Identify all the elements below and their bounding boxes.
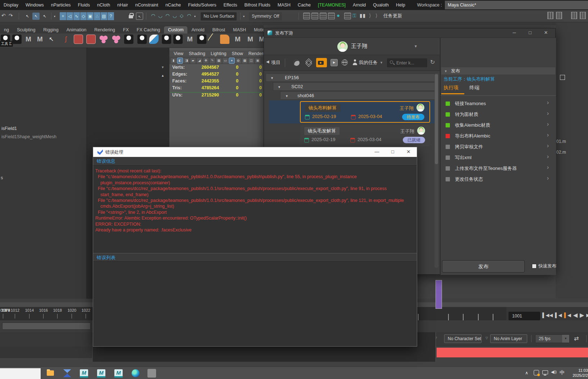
redo-icon[interactable]: ↷ bbox=[9, 13, 13, 18]
exec-item-row[interactable]: 写出xml › bbox=[441, 152, 556, 163]
viewport-menu-item[interactable]: Show bbox=[232, 51, 243, 56]
task-update-button[interactable]: 任务更新 bbox=[383, 13, 402, 19]
snap-flyout-caret[interactable]: ▾ bbox=[54, 15, 55, 18]
camera-gate-icon[interactable]: ◨ bbox=[184, 58, 189, 63]
video-review-icon[interactable]: ▶ bbox=[331, 59, 338, 66]
reflection-icon[interactable]: ◡ bbox=[158, 13, 162, 18]
exec-item-row[interactable]: 链接Teamones › bbox=[441, 98, 556, 109]
anim-layer-field[interactable]: No Anim Layer bbox=[490, 334, 527, 343]
exec-item-row[interactable]: 导出布料Alembic › bbox=[441, 131, 556, 141]
shelf-tab[interactable]: Animation bbox=[63, 26, 91, 33]
falloff-caret[interactable]: ▾ bbox=[194, 15, 196, 18]
menu-item[interactable]: nConstraint bbox=[135, 3, 158, 8]
soft-select-icon[interactable]: ◠ bbox=[151, 13, 155, 18]
render-settings-icon[interactable] bbox=[328, 13, 335, 19]
shot-camera-icon-active[interactable] bbox=[316, 58, 327, 67]
xray-icon[interactable]: ◫ bbox=[249, 58, 254, 63]
chevron-right-icon[interactable]: › bbox=[547, 153, 549, 160]
shelf-tool-icon[interactable]: ʃ bbox=[61, 35, 70, 44]
volume-falloff-icon[interactable]: ◇ bbox=[180, 13, 183, 18]
shelf-tool-icon[interactable] bbox=[173, 35, 183, 44]
camera-lock-icon[interactable]: ◧ bbox=[177, 58, 183, 63]
layers-icon[interactable] bbox=[306, 59, 311, 65]
search-box[interactable] bbox=[387, 58, 427, 67]
range-slider-handle[interactable] bbox=[2, 322, 91, 330]
taskbar-search-box[interactable] bbox=[0, 368, 41, 379]
shelf-tab[interactable]: MASH bbox=[229, 26, 250, 33]
menu-item[interactable]: Bifrost Fluids bbox=[244, 3, 270, 8]
minimize-button[interactable]: — bbox=[373, 149, 381, 154]
maximize-button[interactable]: □ bbox=[389, 149, 397, 154]
command-line-error-bar[interactable] bbox=[437, 348, 588, 357]
symmetry-caret[interactable]: ▾ bbox=[243, 15, 245, 18]
snap-points-icon[interactable]: ∴ bbox=[94, 12, 100, 20]
shelf-tool-icon[interactable]: M bbox=[35, 35, 45, 44]
tab-exec-items[interactable]: 执行项 bbox=[443, 85, 459, 91]
step-forward-button[interactable]: ▶▌ bbox=[586, 312, 588, 318]
shelf-tool-icon[interactable] bbox=[208, 33, 220, 46]
chevron-right-icon[interactable]: › bbox=[547, 110, 549, 117]
select-object-icon[interactable]: ↖ bbox=[32, 13, 40, 20]
search-input[interactable] bbox=[396, 58, 426, 67]
surface-falloff-icon[interactable]: ◡ bbox=[173, 13, 177, 18]
loop-playback-icon[interactable]: ⇄ bbox=[574, 335, 579, 342]
channel-box-toggle-icon[interactable] bbox=[580, 12, 586, 19]
chevron-right-icon[interactable]: › bbox=[547, 175, 549, 181]
render-sequence-icon[interactable] bbox=[311, 13, 318, 19]
chevron-right-icon[interactable]: › bbox=[547, 132, 549, 138]
tab-terminal[interactable]: 终端 bbox=[469, 85, 479, 91]
menu-item[interactable]: Fields/Solvers bbox=[188, 3, 216, 8]
shelf-tool-icon[interactable]: M bbox=[246, 35, 255, 44]
back-icon[interactable]: ◀ bbox=[266, 59, 269, 64]
web-icon[interactable] bbox=[342, 59, 348, 66]
shelf-tool-icon[interactable] bbox=[111, 35, 121, 44]
snap-view-icon[interactable]: ▣ bbox=[87, 12, 94, 20]
shelf-tab[interactable]: FX bbox=[119, 26, 133, 33]
chevron-right-icon[interactable]: › bbox=[547, 164, 549, 171]
character-set-field[interactable]: No Character Set bbox=[444, 334, 482, 343]
paint-effects-icon[interactable]: ⚿ bbox=[352, 13, 356, 19]
scroll-down-icon[interactable]: ▼ bbox=[161, 66, 164, 69]
task-card[interactable]: 镜头毛发解算 王子翔 2025-02-19 2025-03-04 已就绪 bbox=[300, 125, 430, 146]
collapse-caret-icon[interactable]: ▼ bbox=[270, 76, 274, 80]
user-dropdown-caret[interactable]: ▼ bbox=[414, 44, 418, 48]
menu-item[interactable]: Qualoth bbox=[373, 3, 389, 8]
shelf-tab[interactable]: Sculpting bbox=[13, 26, 39, 33]
shelf-tool-icon[interactable]: M bbox=[233, 35, 242, 44]
shelf-tool-icon[interactable] bbox=[86, 35, 96, 44]
menu-item[interactable]: Arnold bbox=[353, 3, 366, 8]
tree-row-shot[interactable]: ▼ shot046 bbox=[280, 91, 435, 100]
pause-icon[interactable]: ▮▮ bbox=[360, 13, 366, 18]
2d-pan-icon[interactable]: ✥ bbox=[203, 58, 209, 63]
greasepencil-icon[interactable]: ✎ bbox=[210, 58, 215, 63]
shelf-tool-icon[interactable]: ↖ bbox=[47, 35, 56, 44]
shelf-tab[interactable]: Custom bbox=[164, 26, 187, 33]
menu-item[interactable]: MASH bbox=[278, 3, 291, 8]
exec-item-row[interactable]: 收集Alembic材质 › bbox=[441, 120, 556, 131]
quick-publish-checkbox[interactable] bbox=[532, 264, 537, 269]
shelf-tab[interactable]: Motion Grap bbox=[250, 26, 264, 33]
falloff-icon[interactable]: ◠ bbox=[165, 13, 169, 18]
outliner-item[interactable]: isField1Shape_weightMesh bbox=[1, 134, 56, 139]
play-forwards-button[interactable]: ▶ bbox=[580, 312, 584, 319]
shelf-tool-icon[interactable] bbox=[124, 35, 133, 44]
viewport-menu-item[interactable]: View bbox=[174, 51, 183, 56]
textured-display-icon[interactable]: ◍ bbox=[236, 58, 241, 63]
menu-item[interactable]: Windows bbox=[26, 3, 44, 8]
global-falloff-icon[interactable]: ◠ bbox=[187, 13, 191, 18]
viewport-bar-icon[interactable]: ▮ bbox=[171, 58, 176, 63]
ipr-render-icon[interactable] bbox=[320, 13, 327, 19]
attribute-editor-toggle-icon[interactable] bbox=[571, 12, 577, 19]
shelf-tab[interactable]: Rigging bbox=[39, 26, 62, 33]
live-surface-field[interactable]: No Live Surface bbox=[201, 12, 237, 21]
window-titlebar[interactable]: 发布下游 ─ □ ✕ bbox=[264, 28, 555, 38]
outliner-item[interactable]: s bbox=[1, 175, 3, 180]
workspace-value[interactable]: Maya Classic* bbox=[445, 1, 588, 9]
collapse-caret-icon[interactable]: ▼ bbox=[285, 94, 288, 98]
command-line-input[interactable] bbox=[0, 347, 92, 358]
snap-help-icon[interactable]: ? bbox=[108, 12, 114, 20]
ime-indicator[interactable]: 中 bbox=[560, 370, 565, 376]
shelf-tool-icon[interactable]: M bbox=[257, 35, 264, 44]
shelf-tab[interactable]: FX Caching bbox=[133, 26, 164, 33]
chevron-right-icon[interactable]: › bbox=[547, 121, 549, 127]
